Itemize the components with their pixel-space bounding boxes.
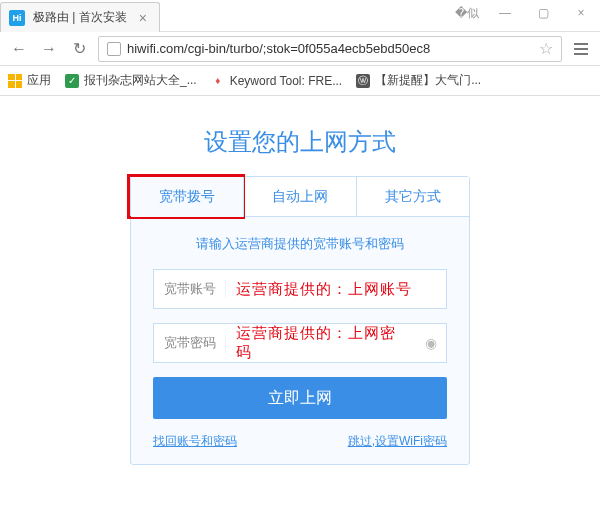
account-input[interactable]: 运营商提供的：上网账号	[226, 280, 446, 299]
apps-button[interactable]: 应用	[8, 72, 51, 89]
show-password-icon[interactable]: ◉	[416, 335, 446, 351]
window-titlebar: Hi 极路由 | 首次安装 × �似 — ▢ ×	[0, 0, 600, 32]
page-icon	[107, 42, 121, 56]
bookmark-item[interactable]: ⓦ 【新提醒】大气门...	[356, 72, 481, 89]
window-controls: �似 — ▢ ×	[448, 0, 600, 31]
bookmark-label: Keyword Tool: FRE...	[230, 74, 343, 88]
bookmark-label: 报刊杂志网站大全_...	[84, 72, 197, 89]
bookmark-item[interactable]: ✓ 报刊杂志网站大全_...	[65, 72, 197, 89]
minimize-button[interactable]: —	[486, 0, 524, 26]
page-heading: 设置您的上网方式	[204, 126, 396, 158]
bookmark-icon: ✓	[65, 74, 79, 88]
bookmark-item[interactable]: ♦ Keyword Tool: FRE...	[211, 74, 343, 88]
tab-title: 极路由 | 首次安装	[33, 9, 127, 26]
forward-button[interactable]: →	[38, 38, 60, 60]
tab-other[interactable]: 其它方式	[357, 177, 469, 217]
bookmark-star-icon[interactable]: ☆	[539, 39, 553, 58]
apps-label: 应用	[27, 72, 51, 89]
tab-pppoe[interactable]: 宽带拨号	[131, 177, 244, 217]
favicon-icon: Hi	[9, 10, 25, 26]
skip-link[interactable]: 跳过,设置WiFi密码	[348, 433, 447, 450]
close-tab-icon[interactable]: ×	[139, 10, 147, 26]
bookmark-label: 【新提醒】大气门...	[375, 72, 481, 89]
menu-button[interactable]	[570, 38, 592, 60]
connection-tabs: 宽带拨号 自动上网 其它方式	[131, 177, 469, 217]
maximize-button[interactable]: ▢	[524, 0, 562, 26]
password-label: 宽带密码	[154, 334, 226, 352]
recover-link[interactable]: 找回账号和密码	[153, 433, 237, 450]
reload-button[interactable]: ↻	[68, 38, 90, 60]
page-content: 设置您的上网方式 宽带拨号 自动上网 其它方式 请输入运营商提供的宽带账号和密码…	[0, 96, 600, 485]
url-text: hiwifi.com/cgi-bin/turbo/;stok=0f055a4ec…	[127, 41, 533, 56]
tab-dhcp[interactable]: 自动上网	[244, 177, 357, 217]
address-bar[interactable]: hiwifi.com/cgi-bin/turbo/;stok=0f055a4ec…	[98, 36, 562, 62]
apps-icon	[8, 74, 22, 88]
setup-card: 宽带拨号 自动上网 其它方式 请输入运营商提供的宽带账号和密码 宽带账号 运营商…	[130, 176, 470, 465]
pppoe-form: 请输入运营商提供的宽带账号和密码 宽带账号 运营商提供的：上网账号 宽带密码 运…	[131, 217, 469, 464]
browser-tab[interactable]: Hi 极路由 | 首次安装 ×	[0, 2, 160, 32]
form-hint: 请输入运营商提供的宽带账号和密码	[153, 235, 447, 253]
form-links: 找回账号和密码 跳过,设置WiFi密码	[153, 433, 447, 450]
bookmark-icon: ♦	[211, 74, 225, 88]
close-window-button[interactable]: ×	[562, 0, 600, 26]
account-label: 宽带账号	[154, 280, 226, 298]
password-input[interactable]: 运营商提供的：上网密码	[226, 324, 416, 362]
submit-button[interactable]: 立即上网	[153, 377, 447, 419]
bookmarks-bar: 应用 ✓ 报刊杂志网站大全_... ♦ Keyword Tool: FRE...…	[0, 66, 600, 96]
password-field[interactable]: 宽带密码 运营商提供的：上网密码 ◉	[153, 323, 447, 363]
browser-toolbar: ← → ↻ hiwifi.com/cgi-bin/turbo/;stok=0f0…	[0, 32, 600, 66]
account-field[interactable]: 宽带账号 运营商提供的：上网账号	[153, 269, 447, 309]
bookmark-icon: ⓦ	[356, 74, 370, 88]
back-button[interactable]: ←	[8, 38, 30, 60]
user-icon[interactable]: �似	[448, 0, 486, 26]
